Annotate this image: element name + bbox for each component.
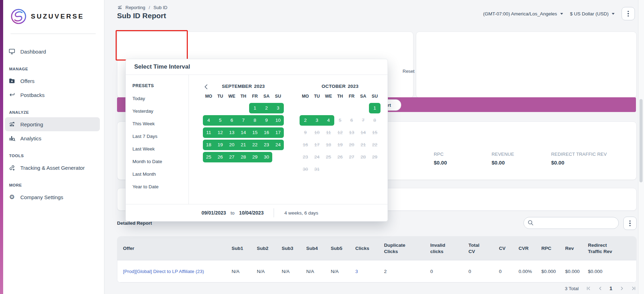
calendar-day: 25 <box>323 152 334 162</box>
stat-value: $0.00 <box>492 160 514 166</box>
calendar-day[interactable]: 2 <box>261 103 272 113</box>
last-page-button[interactable] <box>631 286 636 291</box>
preset-year-to-date[interactable]: Year to Date <box>132 183 189 190</box>
column-header[interactable]: RPC <box>541 237 565 260</box>
calendar-day[interactable]: 26 <box>214 152 226 162</box>
calendar-day[interactable]: 8 <box>249 115 261 126</box>
column-header[interactable]: Sub3 <box>282 237 306 260</box>
table-search <box>523 217 619 229</box>
column-header[interactable]: Invalid clicks <box>430 237 468 260</box>
preset-this-week[interactable]: This Week <box>132 120 189 127</box>
sidebar-item-tracking-asset-generator[interactable]: Tracking & Asset Generator <box>5 161 88 175</box>
timezone-dropdown[interactable]: (GMT-07:00) America/Los_Angeles <box>483 11 563 16</box>
reset-link[interactable]: Reset <box>403 69 415 74</box>
current-page[interactable]: 1 <box>610 286 612 291</box>
calendar-day[interactable]: 29 <box>249 152 261 162</box>
table-cell: $0.000 <box>565 260 588 282</box>
calendar-day-empty <box>334 103 346 113</box>
column-header[interactable]: CV <box>499 237 519 260</box>
column-header[interactable]: CVR <box>519 237 541 260</box>
sidebar-item-reporting[interactable]: Reporting <box>5 117 100 131</box>
scrollbar-track[interactable] <box>638 0 644 294</box>
brand-logo[interactable]: SUZUVERSE <box>0 0 104 24</box>
calendar-day[interactable]: 11 <box>203 127 214 138</box>
preset-yesterday[interactable]: Yesterday <box>132 108 189 115</box>
column-header[interactable]: Duplicate Clicks <box>384 237 430 260</box>
sidebar-item-offers[interactable]: Offers <box>5 74 100 88</box>
calendar-day[interactable]: 12 <box>214 127 226 138</box>
calendar-day[interactable]: 14 <box>238 127 249 138</box>
calendar-day[interactable]: 3 <box>311 115 323 126</box>
calendar-day[interactable]: 9 <box>261 115 272 126</box>
calendar-day[interactable]: 28 <box>238 152 249 162</box>
column-header[interactable]: Redirect Traffic Rev <box>588 237 636 260</box>
column-header[interactable]: Sub2 <box>257 237 282 260</box>
sidebar-item-company-settings[interactable]: ⚙ Company Settings <box>5 190 100 204</box>
calendar-day[interactable]: 1 <box>369 103 381 113</box>
column-header[interactable]: Offer <box>117 237 232 260</box>
select-time-interval-modal: Select Time Interval PRESETS TodayYester… <box>125 59 388 222</box>
column-header[interactable]: Sub5 <box>331 237 355 260</box>
presets-list: TodayYesterdayThis WeekLast 7 DaysLast W… <box>132 95 189 190</box>
preset-today[interactable]: Today <box>132 95 189 102</box>
calendar-day[interactable]: 6 <box>226 115 238 126</box>
first-page-button[interactable] <box>586 286 591 291</box>
column-header[interactable]: Sub1 <box>232 237 257 260</box>
calendar-day[interactable]: 21 <box>238 140 249 150</box>
preset-last-month[interactable]: Last Month <box>132 171 189 178</box>
calendar-day[interactable]: 30 <box>261 152 272 162</box>
scrollbar-thumb[interactable] <box>639 99 643 182</box>
weekday-label: WE <box>226 94 238 99</box>
breadcrumb-root[interactable]: Reporting <box>125 5 145 10</box>
calendar-day[interactable]: 27 <box>226 152 238 162</box>
calendar-day[interactable]: 24 <box>272 140 284 150</box>
calendar-day: 12 <box>334 127 346 138</box>
calendar-day[interactable]: 23 <box>261 140 272 150</box>
sidebar-item-analytics[interactable]: Analytics <box>5 131 100 145</box>
calendar-day[interactable]: 13 <box>226 127 238 138</box>
calendar-day[interactable]: 22 <box>249 140 261 150</box>
column-header[interactable]: Sub4 <box>306 237 331 260</box>
calendar-day[interactable]: 25 <box>203 152 214 162</box>
calendar-day[interactable]: 7 <box>238 115 249 126</box>
prev-page-button[interactable] <box>598 286 603 291</box>
calendar-day-empty <box>357 103 369 113</box>
stat-redirect-traffic-rev: REDIRECT TRAFFIC REV$0.00 <box>551 152 607 166</box>
calendar-day[interactable]: 17 <box>272 127 284 138</box>
search-input[interactable] <box>523 217 619 229</box>
calendar-day-empty <box>214 103 226 113</box>
column-header[interactable]: Rev <box>565 237 588 260</box>
calendar-day[interactable]: 3 <box>272 103 284 113</box>
column-header[interactable]: Clicks <box>355 237 384 260</box>
calendar-day-empty <box>357 164 369 175</box>
currency-dropdown[interactable]: $ US Dollar (USD) <box>570 11 615 16</box>
calendar-day-empty <box>323 164 334 175</box>
header-kebab-menu-button[interactable] <box>622 7 635 20</box>
sidebar-item-dashboard[interactable]: Dashboard <box>5 44 100 58</box>
offer-link[interactable]: [Prod][Global] Direct to LP Affiliate (2… <box>117 260 232 282</box>
column-header[interactable]: Total CV <box>468 237 499 260</box>
presets-label: PRESETS <box>132 83 189 88</box>
sidebar-item-postbacks[interactable]: Postbacks <box>5 88 100 102</box>
preset-last-7-days[interactable]: Last 7 Days <box>132 133 189 140</box>
calendar-day[interactable]: 5 <box>214 115 226 126</box>
modal-footer: 09/01/2023 to 10/04/2023 4 weeks, 6 days <box>126 204 388 221</box>
table-cell[interactable]: 3 <box>355 260 384 282</box>
calendar-day: 8 <box>369 115 381 126</box>
next-page-button[interactable] <box>619 286 624 291</box>
calendar-day[interactable]: 18 <box>203 140 214 150</box>
preset-last-week[interactable]: Last Week <box>132 146 189 153</box>
calendar-day[interactable]: 2 <box>300 115 311 126</box>
calendar-day[interactable]: 15 <box>249 127 261 138</box>
calendar-day[interactable]: 19 <box>214 140 226 150</box>
sidebar-item-label: Reporting <box>20 121 43 127</box>
calendar-day[interactable]: 20 <box>226 140 238 150</box>
table-kebab-menu-button[interactable] <box>623 217 637 230</box>
calendar-day[interactable]: 4 <box>323 115 334 126</box>
calendar-day[interactable]: 16 <box>261 127 272 138</box>
calendar-day[interactable]: 4 <box>203 115 214 126</box>
calendar-day[interactable]: 1 <box>249 103 261 113</box>
preset-month-to-date[interactable]: Month to Date <box>132 158 189 165</box>
calendar-day: 5 <box>334 115 346 126</box>
calendar-day[interactable]: 10 <box>272 115 284 126</box>
